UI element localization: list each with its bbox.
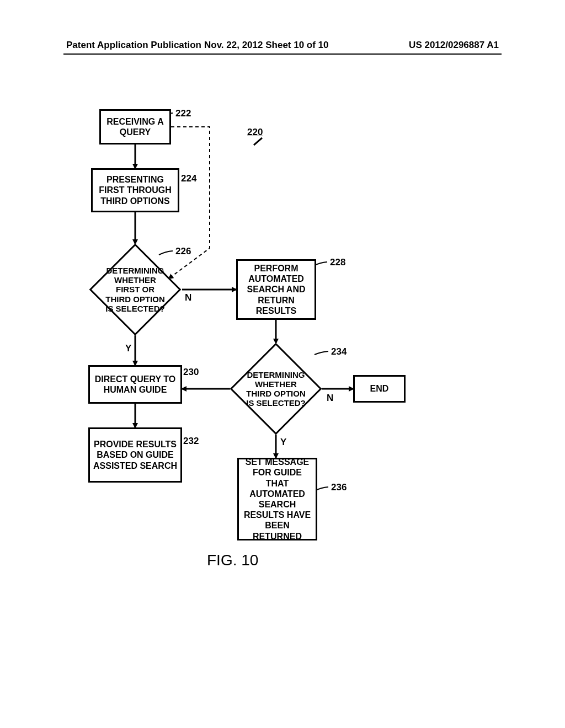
ref-224: 224 bbox=[181, 173, 196, 184]
ref-222: 222 bbox=[175, 108, 191, 119]
flowchart: RECEIVING A QUERY 222 PRESENTING FIRST T… bbox=[72, 105, 414, 590]
figure-label: FIG. 10 bbox=[207, 552, 258, 569]
header-center: Nov. 22, 2012 Sheet 10 of 10 bbox=[204, 40, 329, 51]
node-text: PERFORM AUTOMATED SEARCH AND RETURN RESU… bbox=[240, 263, 312, 316]
edge-226-n: N bbox=[185, 292, 191, 303]
node-text: SET MESSAGE FOR GUIDE THAT AUTOMATED SEA… bbox=[241, 457, 313, 542]
node-provide-results-guide: PROVIDE RESULTS BASED ON GUIDE ASSISTED … bbox=[88, 427, 182, 483]
node-presenting-options: PRESENTING FIRST THROUGH THIRD OPTIONS bbox=[91, 168, 179, 212]
node-text: DIRECT QUERY TO HUMAN GUIDE bbox=[92, 374, 178, 395]
header-right: US 2012/0296887 A1 bbox=[409, 40, 499, 51]
node-text: RECEIVING A QUERY bbox=[103, 116, 167, 137]
node-text: END bbox=[370, 383, 389, 394]
edge-226-y: Y bbox=[125, 343, 131, 354]
ref-236: 236 bbox=[331, 482, 347, 493]
ref-220: 220 bbox=[247, 127, 263, 138]
header-left: Patent Application Publication bbox=[66, 40, 201, 51]
edge-234-n: N bbox=[327, 393, 333, 404]
node-direct-query-guide: DIRECT QUERY TO HUMAN GUIDE bbox=[88, 365, 182, 404]
ref-234: 234 bbox=[331, 346, 347, 357]
node-text: DETERMINING WHETHER THIRD OPTION IS SELE… bbox=[245, 370, 307, 408]
ref-230: 230 bbox=[183, 367, 199, 378]
node-set-message-guide: SET MESSAGE FOR GUIDE THAT AUTOMATED SEA… bbox=[237, 458, 317, 540]
node-text: PROVIDE RESULTS BASED ON GUIDE ASSISTED … bbox=[92, 439, 178, 471]
ref-228: 228 bbox=[330, 257, 345, 268]
header-rule bbox=[63, 53, 502, 55]
ref-232: 232 bbox=[183, 436, 199, 447]
ref-226: 226 bbox=[175, 246, 191, 257]
node-automated-search: PERFORM AUTOMATED SEARCH AND RETURN RESU… bbox=[236, 259, 316, 320]
edge-234-y: Y bbox=[280, 437, 286, 448]
node-receiving-query: RECEIVING A QUERY bbox=[99, 109, 171, 144]
node-end: END bbox=[353, 375, 406, 403]
node-text: DETERMINING WHETHER FIRST OR THIRD OPTIO… bbox=[104, 266, 166, 313]
node-text: PRESENTING FIRST THROUGH THIRD OPTIONS bbox=[95, 174, 175, 206]
